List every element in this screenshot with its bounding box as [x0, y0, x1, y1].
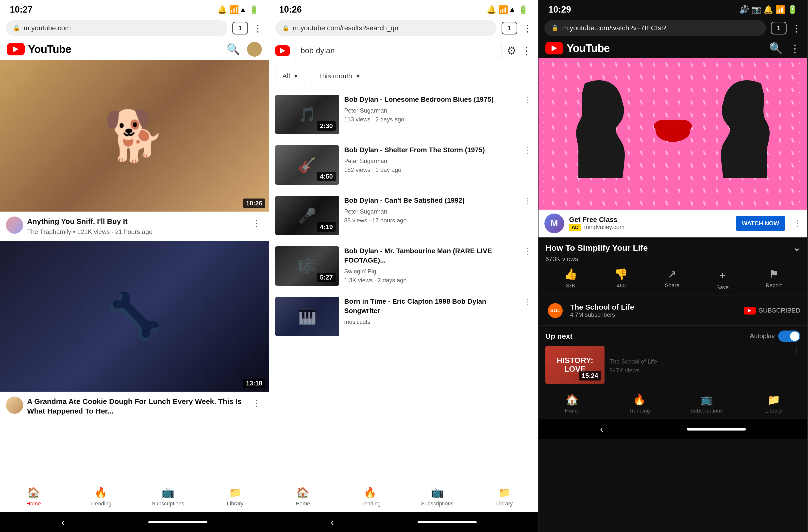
filter-time-btn[interactable]: This month ▼	[311, 68, 368, 84]
video-item-1[interactable]: 18:26 Anything You Sniff, I'll Buy It Th…	[0, 60, 269, 241]
channel-avatar-1[interactable]	[6, 217, 23, 234]
nav-home-1[interactable]: 🏠 Home	[0, 482, 67, 512]
back-button-3[interactable]: ‹	[600, 424, 603, 435]
result-duration-1: 2:30	[317, 121, 336, 131]
result-thumb-3[interactable]: 4:19	[275, 196, 339, 235]
up-next-title-3: Up next	[545, 332, 572, 341]
nav-trending-2[interactable]: 🔥 Trending	[336, 482, 404, 512]
video-item-2[interactable]: 13:18 A Grandma Ate Cookie Dough For Lun…	[0, 241, 269, 423]
video-more-1[interactable]: ⋮	[250, 217, 263, 231]
more-icon-2[interactable]: ⋮	[521, 44, 532, 57]
more-icon-3[interactable]: ⋮	[790, 42, 801, 55]
nav-subs-2[interactable]: 📺 Subscriptions	[404, 482, 471, 512]
video-player-3[interactable]	[538, 58, 807, 209]
url-input-2[interactable]: 🔒 m.youtube.com/results?search_qu	[275, 20, 497, 36]
back-button-2[interactable]: ‹	[331, 517, 334, 528]
video-feed-1[interactable]: 18:26 Anything You Sniff, I'll Buy It Th…	[0, 60, 269, 482]
search-input-2[interactable]: bob dylan	[295, 42, 502, 59]
more-btn-1[interactable]: ⋮	[253, 22, 263, 34]
home-indicator-3[interactable]	[687, 428, 746, 430]
result-thumb-1[interactable]: 2:30	[275, 95, 339, 134]
video-duration-2: 13:18	[243, 379, 265, 388]
result-title-5: Born in Time - Eric Clapton 1998 Bob Dyl…	[344, 297, 519, 315]
channel-avatar-2[interactable]	[6, 397, 23, 414]
dislike-btn-3[interactable]: 👎 460	[614, 268, 628, 291]
url-input-3[interactable]: 🔒 m.youtube.com/watch?v=7IECIsR	[545, 20, 766, 36]
nav-trending-3[interactable]: 🔥 Trending	[606, 389, 673, 419]
address-bar-1[interactable]: 🔒 m.youtube.com 1 ⋮	[0, 18, 269, 38]
result-more-4[interactable]: ⋮	[524, 246, 532, 256]
expand-icon-3[interactable]: ⌄	[793, 242, 801, 254]
more-btn-3[interactable]: ⋮	[791, 22, 801, 34]
result-thumb-2[interactable]: 4:50	[275, 145, 339, 185]
result-item-3[interactable]: 4:19 Bob Dylan - Can't Be Satisfied (199…	[269, 190, 538, 241]
ad-banner-3[interactable]: M Get Free Class AD mindvalley.com WATCH…	[538, 209, 807, 237]
tune-icon-2[interactable]: ⚙	[507, 44, 516, 57]
result-more-5[interactable]: ⋮	[524, 297, 532, 307]
result-thumb-5[interactable]	[275, 297, 339, 336]
tab-count-2[interactable]: 1	[501, 22, 517, 35]
result-thumb-4[interactable]: 5:27	[275, 246, 339, 286]
up-next-more-3[interactable]: ⋮	[792, 346, 801, 356]
url-input-1[interactable]: 🔒 m.youtube.com	[6, 20, 227, 36]
ad-more-3[interactable]: ⋮	[793, 218, 801, 228]
save-icon-3: ＋	[717, 268, 728, 282]
tab-count-1[interactable]: 1	[232, 22, 248, 35]
video-thumb-2[interactable]: 13:18	[0, 241, 269, 392]
toggle-switch-3[interactable]	[778, 331, 801, 342]
yt-logo-3: YouTube	[545, 42, 769, 54]
up-next-thumb-3[interactable]: HISTORY:LOVE 15:24	[545, 346, 605, 384]
like-btn-3[interactable]: 👍 37K	[564, 268, 577, 291]
watch-now-btn-3[interactable]: WATCH NOW	[736, 216, 785, 231]
up-next-video-title-3: HISTORY OF IDEAS - Love	[609, 346, 787, 355]
library-icon-1: 📁	[229, 487, 242, 498]
result-item-4[interactable]: 5:27 Bob Dylan - Mr. Tambourine Man (RAR…	[269, 241, 538, 291]
address-bar-3[interactable]: 🔒 m.youtube.com/watch?v=7IECIsR 1 ⋮	[538, 18, 807, 38]
save-btn-3[interactable]: ＋ Save	[716, 268, 729, 291]
autoplay-toggle-3[interactable]: Autoplay	[750, 331, 801, 342]
video-title-2: A Grandma Ate Cookie Dough For Lunch Eve…	[27, 397, 246, 416]
subs-icon-2: 📺	[431, 487, 444, 498]
report-btn-3[interactable]: ⚑ Report	[766, 268, 782, 291]
result-item-5[interactable]: Born in Time - Eric Clapton 1998 Bob Dyl…	[269, 291, 538, 342]
channel-logo-3[interactable]: SOL	[545, 301, 565, 320]
result-item-2[interactable]: 4:50 Bob Dylan - Shelter From The Storm …	[269, 140, 538, 190]
status-bar-3: 10:29 🔊 📷 🔔 📶 🔋	[538, 0, 807, 18]
ad-domain-3: mindvalley.com	[584, 224, 624, 230]
result-more-2[interactable]: ⋮	[524, 145, 532, 155]
svg-point-5	[673, 120, 692, 132]
result-more-3[interactable]: ⋮	[524, 196, 532, 206]
save-label-3: Save	[716, 284, 729, 291]
address-bar-2[interactable]: 🔒 m.youtube.com/results?search_qu 1 ⋮	[269, 18, 538, 38]
result-item-1[interactable]: 2:30 Bob Dylan - Lonesome Bedroom Blues …	[269, 89, 538, 140]
nav-library-2[interactable]: 📁 Library	[471, 482, 538, 512]
nav-home-2[interactable]: 🏠 Home	[269, 482, 336, 512]
subscribed-btn-3[interactable]: SUBSCRIBED	[744, 307, 801, 314]
video-thumb-1[interactable]: 18:26	[0, 60, 269, 212]
home-icon-1: 🏠	[27, 487, 40, 498]
nav-trending-1[interactable]: 🔥 Trending	[67, 482, 134, 512]
nav-subs-3[interactable]: 📺 Subscriptions	[673, 389, 740, 419]
search-icon-1[interactable]: 🔍	[227, 43, 240, 56]
home-indicator-1[interactable]	[148, 521, 207, 524]
filter-type-btn[interactable]: All ▼	[275, 68, 306, 84]
result-list-2[interactable]: 2:30 Bob Dylan - Lonesome Bedroom Blues …	[269, 89, 538, 482]
nav-subs-1[interactable]: 📺 Subscriptions	[134, 482, 202, 512]
home-indicator-2[interactable]	[418, 521, 477, 524]
tab-count-3[interactable]: 1	[771, 22, 787, 35]
result-more-1[interactable]: ⋮	[524, 95, 532, 105]
back-button-1[interactable]: ‹	[61, 517, 65, 528]
nav-home-3[interactable]: 🏠 Home	[538, 389, 606, 419]
status-bar-1: 10:27 🔔 📶▲ 🔋	[0, 0, 269, 18]
nav-library-1[interactable]: 📁 Library	[202, 482, 269, 512]
search-header-2: bob dylan ⚙ ⋮	[269, 38, 538, 63]
video-info-2: A Grandma Ate Cookie Dough For Lunch Eve…	[0, 391, 269, 423]
nav-library-3[interactable]: 📁 Library	[740, 389, 807, 419]
more-btn-2[interactable]: ⋮	[522, 22, 532, 34]
nav-home-label-2: Home	[296, 500, 310, 507]
search-icon-3[interactable]: 🔍	[769, 42, 783, 55]
up-next-item-3[interactable]: HISTORY:LOVE 15:24 HISTORY OF IDEAS - Lo…	[545, 346, 801, 384]
avatar-1[interactable]	[247, 42, 262, 57]
video-more-2[interactable]: ⋮	[250, 397, 263, 411]
share-btn-3[interactable]: ↗ Share	[665, 268, 679, 291]
